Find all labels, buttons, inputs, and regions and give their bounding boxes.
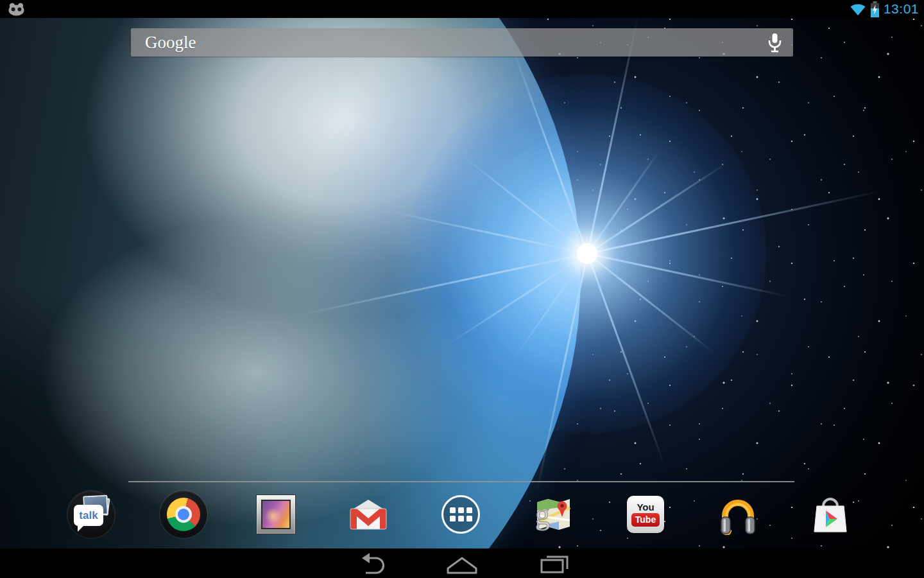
recent-apps-icon bbox=[538, 552, 571, 575]
home-button[interactable] bbox=[439, 548, 485, 578]
gmail-icon bbox=[348, 498, 388, 530]
google-search-bar[interactable]: Google bbox=[131, 28, 793, 57]
navigation-bar bbox=[0, 548, 924, 578]
dock-item-gallery[interactable] bbox=[230, 489, 322, 539]
system-status-icons[interactable]: 13:01 bbox=[850, 0, 919, 18]
google-logo: Google bbox=[145, 33, 196, 53]
all-apps-grid bbox=[450, 507, 472, 521]
android-home-screen: 13:01 Google talk bbox=[0, 0, 924, 578]
back-icon bbox=[354, 552, 388, 575]
play-music-icon bbox=[717, 494, 759, 535]
youtube-label-bottom: Tube bbox=[631, 513, 660, 527]
home-icon bbox=[445, 552, 479, 575]
dock-item-chrome[interactable] bbox=[137, 489, 230, 539]
talk-speech-bubble: talk bbox=[74, 505, 103, 526]
clock: 13:01 bbox=[884, 0, 919, 18]
play-store-icon bbox=[811, 495, 850, 534]
back-button[interactable] bbox=[348, 548, 394, 578]
wifi-icon bbox=[850, 3, 866, 16]
dock-item-play-music[interactable] bbox=[692, 489, 784, 539]
gallery-icon bbox=[256, 495, 296, 534]
dock-item-google-maps[interactable]: g bbox=[507, 489, 599, 539]
chrome-icon bbox=[160, 491, 207, 538]
voice-search-button[interactable] bbox=[765, 31, 784, 53]
dock-item-all-apps[interactable] bbox=[415, 489, 507, 539]
dock-divider bbox=[128, 481, 794, 482]
dock-item-play-store[interactable] bbox=[784, 489, 877, 539]
gallery-photo-thumb bbox=[261, 500, 291, 529]
dock: talk bbox=[45, 489, 877, 539]
youtube-label-top: You bbox=[637, 503, 654, 512]
dock-item-google-talk[interactable]: talk bbox=[45, 489, 137, 539]
all-apps-icon bbox=[441, 495, 480, 534]
dock-item-gmail[interactable] bbox=[322, 489, 415, 539]
recent-apps-button[interactable] bbox=[531, 548, 578, 578]
sun-core bbox=[577, 243, 597, 264]
chrome-logo-center bbox=[175, 506, 192, 523]
notification-area[interactable] bbox=[8, 3, 25, 19]
android-head-icon bbox=[8, 3, 25, 16]
dock-item-youtube[interactable]: You Tube bbox=[599, 489, 692, 539]
status-bar: 13:01 bbox=[0, 0, 924, 18]
microphone-icon bbox=[768, 33, 782, 53]
youtube-icon: You Tube bbox=[627, 496, 664, 533]
battery-charging-icon bbox=[870, 1, 880, 17]
google-maps-icon: g bbox=[533, 495, 573, 534]
google-talk-icon: talk bbox=[67, 491, 115, 538]
svg-text:g: g bbox=[535, 498, 550, 530]
